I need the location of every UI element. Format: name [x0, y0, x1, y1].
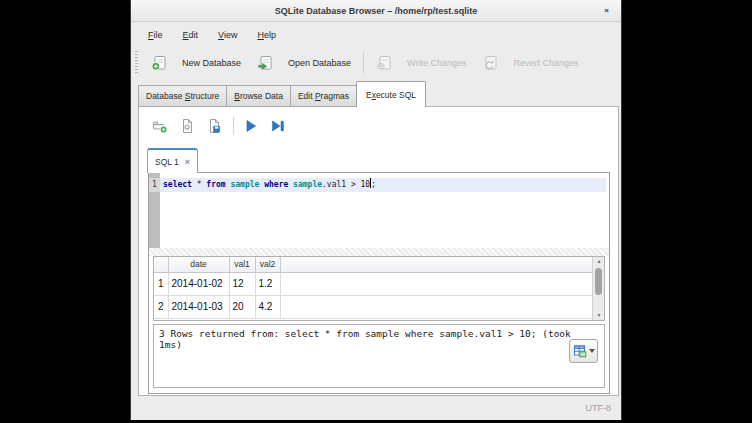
val2-cell[interactable]: 1.2 — [255, 272, 280, 295]
tab-edit-pragmas[interactable]: Edit Pragmas — [290, 85, 357, 107]
open-sql-file-icon[interactable] — [179, 118, 195, 134]
open-database-label: Open Database — [288, 58, 351, 68]
splitter-handle[interactable] — [149, 248, 609, 256]
table-row: 1 2014-01-02 12 1.2 — [154, 272, 592, 295]
table-row: 2 2014-01-03 20 4.2 — [154, 295, 592, 318]
save-sql-file-icon[interactable] — [206, 118, 222, 134]
results-scrollbar[interactable]: ▲ ▼ — [592, 257, 604, 320]
menu-edit[interactable]: Edit — [183, 30, 199, 40]
column-header-filler — [280, 257, 592, 272]
desktop-background: SQLite Database Browser – /home/rp/test.… — [0, 0, 752, 423]
sql-tab-label: SQL 1 — [155, 157, 179, 167]
title-bar[interactable]: SQLite Database Browser – /home/rp/test.… — [131, 0, 621, 22]
line-number-gutter: 1 — [149, 173, 160, 248]
column-header-val2[interactable]: val2 — [255, 257, 280, 272]
execute-sql-panel: SQL 1 × 1 select * from sample where sam… — [138, 106, 619, 396]
toolbar-drag-handle[interactable] — [135, 51, 138, 75]
val1-cell[interactable]: 20 — [229, 295, 255, 318]
revert-changes-button: Revert Changes — [477, 52, 583, 74]
row-number-cell[interactable]: 2 — [154, 295, 168, 318]
column-header-rownum — [154, 257, 168, 272]
line-number: 1 — [149, 178, 160, 192]
sql-code-line[interactable]: select * from sample where sample.val1 >… — [163, 178, 376, 192]
write-changes-icon — [376, 55, 392, 71]
column-header-date[interactable]: date — [168, 257, 229, 272]
write-changes-button: Write Changes — [371, 52, 471, 74]
val1-cell[interactable]: 12 — [229, 272, 255, 295]
filler-cell — [280, 272, 592, 295]
tab-database-structure[interactable]: Database Structure — [138, 85, 227, 107]
date-cell[interactable]: 2014-01-03 — [168, 295, 229, 318]
window-title: SQLite Database Browser – /home/rp/test.… — [275, 6, 478, 16]
menu-file[interactable]: File — [148, 30, 163, 40]
write-changes-label: Write Changes — [407, 58, 466, 68]
new-database-button[interactable]: New Database — [146, 52, 246, 74]
date-cell[interactable]: 2014-01-02 — [168, 272, 229, 295]
scrollbar-thumb[interactable] — [595, 268, 602, 295]
menu-view[interactable]: View — [218, 30, 237, 40]
execute-current-line-icon[interactable] — [270, 118, 286, 134]
sql-toolbar — [152, 115, 297, 137]
execute-sql-icon[interactable] — [243, 118, 259, 134]
main-toolbar: New Database Open Database — [131, 47, 621, 78]
window-close-icon[interactable]: × — [601, 5, 612, 16]
open-database-icon — [257, 55, 273, 71]
scroll-up-icon[interactable]: ▲ — [593, 257, 605, 266]
column-header-val1[interactable]: val1 — [229, 257, 255, 272]
sql-tab-sql1[interactable]: SQL 1 × — [147, 148, 198, 173]
sql-pane: 1 select * from sample where sample.val1… — [148, 172, 610, 394]
encoding-indicator: UTF-8 — [586, 403, 612, 413]
new-sql-tab-icon[interactable] — [152, 118, 168, 134]
new-database-icon — [151, 55, 167, 71]
status-bar: UTF-8 — [131, 403, 621, 417]
sql-editor[interactable]: 1 select * from sample where sample.val1… — [149, 173, 609, 248]
main-tab-bar: Database Structure Browse Data Edit Prag… — [138, 81, 425, 107]
new-database-label: New Database — [182, 58, 241, 68]
revert-changes-label: Revert Changes — [513, 58, 578, 68]
query-status-message: 3 Rows returned from: select * from samp… — [159, 328, 577, 350]
tab-execute-sql[interactable]: Execute SQL — [356, 81, 426, 107]
app-window: SQLite Database Browser – /home/rp/test.… — [130, 0, 622, 420]
message-area: 3 Rows returned from: select * from samp… — [153, 324, 605, 388]
filler-cell — [280, 295, 592, 318]
toolbar-separator — [363, 53, 364, 73]
export-results-button[interactable] — [569, 339, 598, 363]
val2-cell[interactable]: 4.2 — [255, 295, 280, 318]
revert-changes-icon — [482, 55, 498, 71]
menu-bar: File Edit View Help — [131, 24, 276, 46]
tab-browse-data[interactable]: Browse Data — [226, 85, 291, 107]
sql-toolbar-separator — [233, 117, 234, 135]
row-number-cell[interactable]: 1 — [154, 272, 168, 295]
results-header-row: date val1 val2 — [154, 257, 592, 272]
results-table: date val1 val2 1 2014-01-02 12 1.2 — [153, 256, 605, 321]
export-table-icon — [573, 344, 587, 358]
scroll-down-icon[interactable]: ▼ — [593, 311, 605, 320]
menu-help[interactable]: Help — [257, 30, 276, 40]
sql-tab-close-icon[interactable]: × — [185, 157, 190, 167]
open-database-button[interactable]: Open Database — [252, 52, 356, 74]
chevron-down-icon — [589, 349, 595, 353]
